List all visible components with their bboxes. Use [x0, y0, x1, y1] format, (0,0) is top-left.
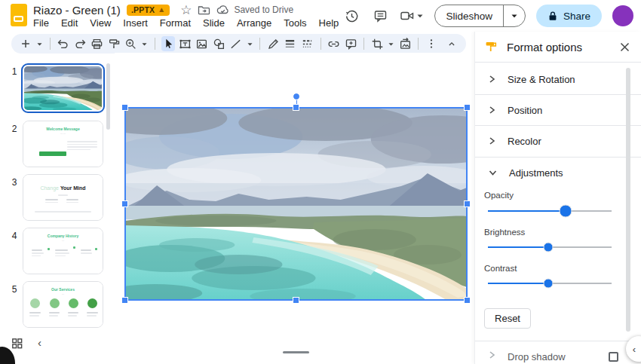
section-recolor[interactable]: Recolor	[475, 126, 641, 156]
undo-icon[interactable]	[56, 36, 69, 51]
slide-5-number: 5	[9, 284, 20, 295]
text-box-icon[interactable]	[178, 36, 192, 51]
resize-handle-top-right[interactable]	[465, 105, 470, 110]
rotation-handle[interactable]	[293, 93, 299, 99]
redo-icon[interactable]	[73, 36, 87, 51]
comments-icon[interactable]	[371, 7, 389, 25]
cloud-saved-icon	[216, 4, 229, 17]
resize-handle-middle-right[interactable]	[465, 201, 470, 206]
collapse-toolbar-icon[interactable]	[445, 36, 459, 51]
meet-camera-button[interactable]	[400, 9, 424, 23]
slideshow-split-button[interactable]: Slideshow	[434, 5, 526, 27]
slides-logo-icon[interactable]	[11, 4, 27, 26]
menu-edit[interactable]: Edit	[55, 16, 84, 30]
version-history-icon[interactable]	[342, 7, 360, 25]
slide-3-thumbnail[interactable]: Change Your Mind	[23, 174, 103, 221]
slide-2-number: 2	[9, 124, 20, 134]
slide-2-thumbnail[interactable]: Welcome Message — —	[23, 121, 103, 167]
menu-tools[interactable]: Tools	[278, 16, 312, 30]
menu-insert[interactable]: Insert	[117, 16, 154, 30]
insert-link-icon[interactable]	[327, 36, 340, 51]
menu-view[interactable]: View	[84, 16, 117, 30]
print-icon[interactable]	[90, 36, 103, 51]
move-folder-icon[interactable]	[198, 4, 210, 17]
share-button[interactable]: Share	[536, 5, 602, 27]
resize-handle-bottom-left[interactable]	[122, 298, 127, 303]
menu-arrange[interactable]: Arrange	[231, 16, 278, 30]
border-dash-icon[interactable]	[300, 36, 314, 51]
chevron-right-icon	[489, 106, 495, 114]
slide-1-number: 1	[9, 66, 20, 77]
chevron-right-icon	[489, 351, 495, 359]
selected-image[interactable]	[125, 108, 467, 300]
section-position[interactable]: Position	[475, 95, 641, 125]
warning-triangle-icon: ▲	[158, 6, 165, 14]
format-options-panel: Format options Size & Rotation Position …	[474, 32, 641, 364]
section-size-rotation[interactable]: Size & Rotation	[475, 64, 641, 94]
replace-image-icon[interactable]	[398, 36, 412, 51]
new-slide-button[interactable]	[19, 36, 32, 51]
close-icon[interactable]	[617, 39, 632, 54]
new-slide-dropdown-icon[interactable]	[35, 36, 43, 51]
brightness-slider[interactable]	[488, 241, 612, 253]
opacity-slider-thumb[interactable]	[560, 205, 572, 218]
crop-image-icon[interactable]	[370, 36, 384, 51]
menu-help[interactable]: Help	[313, 16, 345, 30]
section-adjustments[interactable]: Adjustments	[475, 158, 641, 188]
more-options-icon[interactable]	[425, 36, 438, 51]
resize-handle-bottom-center[interactable]	[293, 298, 299, 303]
paint-format-icon[interactable]	[107, 36, 121, 51]
menu-format[interactable]: Format	[154, 16, 197, 30]
drop-shadow-checkbox[interactable]	[609, 352, 618, 362]
add-comment-icon[interactable]	[344, 36, 357, 51]
avatar[interactable]	[612, 5, 633, 26]
opacity-label: Opacity	[484, 191, 514, 200]
menu-file[interactable]: File	[27, 16, 55, 30]
panel-scrollbar[interactable]	[626, 68, 630, 332]
slide-5-thumbnail[interactable]: Our Services —	[23, 281, 103, 328]
horizontal-scrollbar[interactable]	[283, 351, 309, 353]
resize-handle-middle-left[interactable]	[122, 201, 127, 206]
slide-4-row: 4 Company History —	[0, 228, 115, 274]
resize-handle-top-center[interactable]	[293, 105, 299, 110]
filmstrip-footer: ‹	[0, 335, 151, 364]
insert-image-icon[interactable]	[195, 36, 209, 51]
filmstrip-scrollbar[interactable]	[106, 63, 110, 130]
resize-handle-bottom-right[interactable]	[465, 298, 470, 303]
zoom-dropdown-icon[interactable]	[141, 36, 149, 51]
pptx-badge[interactable]: .PPTX ▲	[127, 5, 170, 16]
chevron-down-icon	[416, 13, 424, 19]
border-weight-icon[interactable]	[284, 36, 297, 51]
main-toolbar	[11, 34, 466, 54]
grid-view-icon[interactable]	[11, 337, 23, 350]
select-tool-icon[interactable]	[161, 36, 175, 51]
crop-dropdown-icon[interactable]	[388, 36, 395, 51]
slide-filmstrip: 1 2 Welcome Message — — 3	[0, 57, 115, 332]
insert-line-icon[interactable]	[229, 36, 243, 51]
brightness-slider-thumb[interactable]	[544, 243, 554, 252]
slide-3-number: 3	[9, 177, 20, 188]
insert-shape-icon[interactable]	[212, 36, 225, 51]
brightness-label: Brightness	[484, 228, 525, 237]
contrast-slider-thumb[interactable]	[544, 279, 554, 289]
resize-handle-top-left[interactable]	[122, 105, 127, 110]
menu-slide[interactable]: Slide	[197, 16, 231, 30]
paint-roller-icon	[484, 40, 498, 54]
line-dropdown-icon[interactable]	[246, 36, 253, 51]
reset-button[interactable]: Reset	[484, 308, 531, 329]
slide-canvas[interactable]	[115, 53, 474, 364]
slide-1-thumbnail[interactable]	[21, 63, 105, 113]
document-title[interactable]: Riazo - Green (1)	[33, 4, 121, 17]
slideshow-dropdown[interactable]	[504, 13, 525, 19]
slide-4-thumbnail[interactable]: Company History —	[23, 228, 103, 274]
slide-3-row: 3 Change Your Mind	[0, 174, 115, 221]
collapse-filmstrip-icon[interactable]: ‹	[38, 336, 41, 349]
zoom-icon[interactable]	[124, 36, 137, 51]
contrast-label: Contrast	[484, 264, 517, 273]
chevron-left-icon: ‹	[633, 344, 636, 355]
saved-status[interactable]: Saved to Drive	[216, 4, 293, 17]
slideshow-button[interactable]: Slideshow	[435, 11, 503, 22]
contrast-slider[interactable]	[488, 277, 612, 289]
border-color-icon[interactable]	[266, 36, 280, 51]
opacity-slider[interactable]	[488, 205, 612, 217]
